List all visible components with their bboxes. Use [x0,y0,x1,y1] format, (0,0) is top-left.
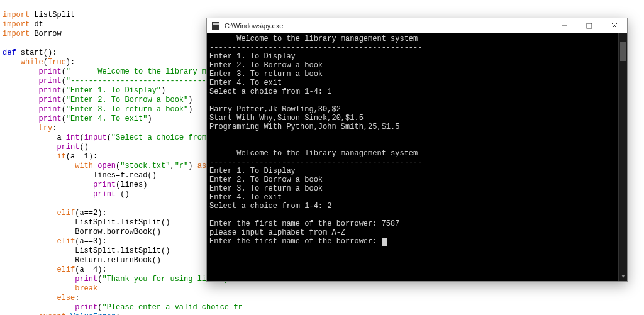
code-text: lines=f.read() [3,171,157,180]
code-text [3,86,39,95]
str: "Please enter a valid choice fr [102,303,242,312]
str: "Enter 1. To Display" [66,86,161,95]
code-text: ( [62,77,66,86]
code-text [3,58,21,67]
code-text: : [75,294,79,302]
code-text [66,312,70,315]
code-text: : [116,312,120,315]
kw-import: import [3,11,30,19]
scrollbar-down-icon[interactable]: ▼ [619,272,627,281]
console-line: Enter 1. To Display [209,167,296,175]
console-line: ----------------------------------------… [209,43,422,52]
kw-import: import [3,20,30,29]
kw-while: while [21,58,43,67]
code-text: ListSplit.listSplit() [3,246,170,255]
kw-print: print [39,114,62,123]
str: "Enter 3. To return a book" [66,105,188,114]
kw-open: open [97,162,116,170]
code-text: ) [147,114,152,123]
console-line: Enter 4. To exit [209,193,282,202]
kw-print: print [39,67,62,76]
console-line: Enter 3. To return a book [209,184,323,193]
kw-elif: elif [57,209,75,218]
code-text [3,303,75,312]
titlebar[interactable]: C:\Windows\py.exe [207,18,627,33]
console-output[interactable]: Welcome to the library management system… [207,33,627,281]
console-line: Enter 3. To return a book [209,70,323,79]
console-window: C:\Windows\py.exe Welcome to the library… [206,18,628,282]
console-line: Enter 1. To Display [209,52,296,61]
close-button[interactable] [602,18,627,33]
kw-print: print [39,105,62,114]
code-text: (a==2): [75,209,106,218]
console-line: Enter the first name of the borrower: [209,237,382,246]
code-text: (lines) [116,180,147,189]
code-text [3,96,39,104]
kw-print: print [39,96,62,104]
code-text: ListSplit.listSplit() [3,218,170,227]
kw-print: print [57,143,79,152]
str: "Enter 4. To exit" [66,114,148,123]
code-text: a= [3,133,66,142]
code-text: ( [43,58,48,67]
console-line: Programming With Python,John Smith,25,$1… [209,123,399,131]
kw-def: def [3,48,16,57]
code-text: ) [188,96,192,104]
window-title: C:\Windows\py.exe [225,22,552,30]
code-text: ) [161,86,165,95]
code-text [3,209,57,218]
kw-print: print [39,86,62,95]
scrollbar[interactable]: ▲ ▼ [618,33,627,281]
code-text [3,152,57,161]
console-line: Select a choice from 1-4: 2 [209,202,331,211]
code-text: (a==4): [75,265,106,274]
code-text: ( [62,86,66,95]
code-text: ( [62,105,66,114]
console-line: Enter 4. To exit [209,79,282,87]
code-text: ( [62,67,66,76]
svg-rect-1 [213,23,219,25]
code-text [3,124,39,133]
str: "r" [175,162,189,170]
minimize-button[interactable] [552,18,577,33]
code-text [3,190,93,199]
code-text: ( [62,96,66,104]
kw-print: print [75,303,97,312]
code-text [3,143,57,152]
kw-with: with [75,162,93,170]
code-text: Borrow.borrowBook() [3,228,161,236]
scrollbar-thumb[interactable] [620,42,626,61]
kw-print: print [75,275,97,284]
maximize-button[interactable] [577,18,602,33]
code-text [3,265,57,274]
kw-print: print [39,77,62,86]
code-text: ) [188,105,192,114]
code-text: Borrow [30,30,61,38]
console-line: Enter the first name of the borrower: 75… [209,219,399,228]
code-text: , [170,162,174,170]
code-text: ( [79,133,84,142]
kw-import: import [3,30,30,38]
cursor-icon [382,238,387,246]
kw-as: as [192,162,206,170]
kw-except: except [39,312,66,315]
console-line: Enter 2. To Borrow a book [209,175,323,184]
kw-true: True [48,58,66,67]
str: "Enter 2. To Borrow a book" [66,96,188,104]
code-text: () [116,190,130,199]
kw-int: int [66,133,80,142]
console-line: Welcome to the library management system [209,35,418,43]
code-text [3,312,39,315]
code-text: : [52,124,57,133]
console-line: please input alphabet from A-Z [209,228,345,237]
console-line: Select a choice from 1-4: 1 [209,87,331,96]
console-line: Enter 2. To Borrow a book [209,61,323,70]
exc-name: ValueError [70,312,116,315]
kw-elif: elif [57,237,75,246]
code-text: dt [30,20,43,29]
kw-elif: elif [57,265,75,274]
code-text: ( [62,114,66,123]
console-line: Harry Potter,Jk Rowling,30,$2 [209,105,341,114]
code-text [3,275,75,284]
str: "stock.txt" [120,162,170,170]
